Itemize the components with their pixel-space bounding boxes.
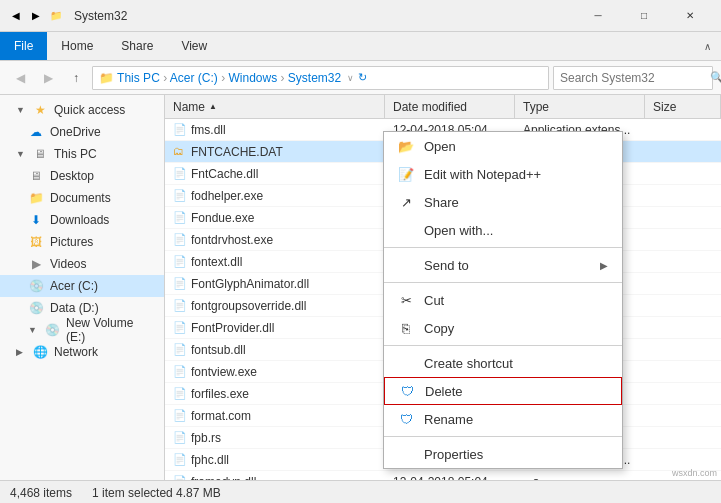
sidebar-item-acer-c[interactable]: 💿 Acer (C:) <box>0 275 164 297</box>
window-title: System32 <box>74 9 127 23</box>
nav-back-button[interactable]: ◀ <box>8 66 32 90</box>
ctx-rename[interactable]: 🛡 Rename <box>384 405 622 433</box>
file-row[interactable]: 📄 framedyn.dll 12-04-2018 05:04 ...s... <box>165 471 721 480</box>
sidebar-item-network[interactable]: ▶ 🌐 Network <box>0 341 164 363</box>
expand-icon: ▶ <box>16 347 26 357</box>
status-bar: 4,468 items 1 item selected 4.87 MB <box>0 480 721 503</box>
sidebar-item-desktop[interactable]: 🖥 Desktop <box>0 165 164 187</box>
col-header-name[interactable]: Name ▲ <box>165 95 385 118</box>
col-header-date[interactable]: Date modified <box>385 95 515 118</box>
ctx-edit-notepad[interactable]: 📝 Edit with Notepad++ <box>384 160 622 188</box>
sidebar-label: Desktop <box>50 169 94 183</box>
sidebar-label: Quick access <box>54 103 125 117</box>
sidebar-label: Documents <box>50 191 111 205</box>
window-icons: ◀ ▶ 📁 <box>8 8 64 24</box>
ctx-label: Open with... <box>424 223 493 238</box>
window-icon-back: ◀ <box>8 8 24 24</box>
blank-icon <box>398 222 414 238</box>
file-icon: 📄 <box>173 475 187 481</box>
share-icon: ↗ <box>398 194 414 210</box>
ctx-label: Create shortcut <box>424 356 513 371</box>
expand-icon: ▼ <box>16 105 26 115</box>
file-icon-exe: 📄 <box>173 189 187 203</box>
tab-file[interactable]: File <box>0 32 47 60</box>
drive-icon: 💿 <box>44 322 60 338</box>
search-box[interactable]: 🔍 <box>553 66 713 90</box>
tab-home[interactable]: Home <box>47 32 107 60</box>
file-name: 📄 fontgroupsoverride.dll <box>165 299 385 313</box>
file-name: 📄 fms.dll <box>165 123 385 137</box>
ctx-cut[interactable]: ✂ Cut <box>384 286 622 314</box>
ribbon-chevron[interactable]: ∧ <box>694 32 721 60</box>
refresh-icon[interactable]: ↻ <box>358 71 367 84</box>
ctx-send-to[interactable]: Send to ▶ <box>384 251 622 279</box>
breadcrumb[interactable]: 📁 This PC › Acer (C:) › Windows › System… <box>92 66 549 90</box>
search-input[interactable] <box>560 71 710 85</box>
ctx-copy[interactable]: ⎘ Copy <box>384 314 622 342</box>
file-name: 📄 fontdrvhost.exe <box>165 233 385 247</box>
file-icon: 📄 <box>173 409 187 423</box>
file-name: 📄 FontProvider.dll <box>165 321 385 335</box>
ribbon-tabs: File Home Share View ∧ <box>0 32 721 60</box>
ctx-label: Copy <box>424 321 454 336</box>
maximize-button[interactable]: □ <box>621 0 667 32</box>
sidebar-item-onedrive[interactable]: ☁ OneDrive <box>0 121 164 143</box>
selection-info: 1 item selected 4.87 MB <box>92 486 221 500</box>
file-list-header: Name ▲ Date modified Type Size <box>165 95 721 119</box>
sidebar-item-this-pc[interactable]: ▼ 🖥 This PC <box>0 143 164 165</box>
sidebar-item-pictures[interactable]: 🖼 Pictures <box>0 231 164 253</box>
col-header-type[interactable]: Type <box>515 95 645 118</box>
file-name: 📄 FntCache.dll <box>165 167 385 181</box>
col-header-size[interactable]: Size <box>645 95 721 118</box>
cloud-icon: ☁ <box>28 124 44 140</box>
ctx-label: Share <box>424 195 459 210</box>
main-layout: ▼ ★ Quick access ☁ OneDrive ▼ 🖥 This PC … <box>0 95 721 480</box>
window-controls[interactable]: ─ □ ✕ <box>575 0 713 32</box>
minimize-button[interactable]: ─ <box>575 0 621 32</box>
nav-up-button[interactable]: ↑ <box>64 66 88 90</box>
file-icon-dll: 📄 <box>173 167 187 181</box>
file-area: Name ▲ Date modified Type Size 📄 fms.dll… <box>165 95 721 480</box>
sidebar-label: Downloads <box>50 213 109 227</box>
item-count: 4,468 items <box>10 486 72 500</box>
ctx-share[interactable]: ↗ Share <box>384 188 622 216</box>
expand-icon: ▼ <box>16 149 26 159</box>
sidebar-item-downloads[interactable]: ⬇ Downloads <box>0 209 164 231</box>
file-icon: 📄 <box>173 343 187 357</box>
ctx-create-shortcut[interactable]: Create shortcut <box>384 349 622 377</box>
breadcrumb-text: 📁 This PC › Acer (C:) › Windows › System… <box>99 71 341 85</box>
file-name: 📄 forfiles.exe <box>165 387 385 401</box>
blank-icon <box>398 257 414 273</box>
sidebar-item-new-volume[interactable]: ▼ 💿 New Volume (E:) <box>0 319 164 341</box>
ctx-open[interactable]: 📂 Open <box>384 132 622 160</box>
ctx-delete[interactable]: 🛡 Delete <box>384 377 622 405</box>
ctx-label: Delete <box>425 384 463 399</box>
file-icon: 📄 <box>173 277 187 291</box>
network-icon: 🌐 <box>32 344 48 360</box>
file-icon: 📄 <box>173 255 187 269</box>
ctx-separator <box>384 247 622 248</box>
file-icon: 📄 <box>173 233 187 247</box>
file-name: 📄 fontext.dll <box>165 255 385 269</box>
file-icon-exe: 📄 <box>173 211 187 225</box>
sidebar-label: Acer (C:) <box>50 279 98 293</box>
file-icon-dat: 🗂 <box>173 145 187 159</box>
sidebar-label: Network <box>54 345 98 359</box>
sidebar-item-videos[interactable]: ▶ Videos <box>0 253 164 275</box>
sidebar-label: Pictures <box>50 235 93 249</box>
search-icon: 🔍 <box>710 71 721 84</box>
sidebar-label: Videos <box>50 257 86 271</box>
tab-share[interactable]: Share <box>107 32 167 60</box>
close-button[interactable]: ✕ <box>667 0 713 32</box>
blank-icon <box>398 446 414 462</box>
nav-forward-button[interactable]: ▶ <box>36 66 60 90</box>
file-icon: 📄 <box>173 321 187 335</box>
ctx-properties[interactable]: Properties <box>384 440 622 468</box>
ctx-open-with[interactable]: Open with... <box>384 216 622 244</box>
ribbon: File Home Share View ∧ <box>0 32 721 61</box>
sidebar-item-quick-access[interactable]: ▼ ★ Quick access <box>0 99 164 121</box>
address-bar: ◀ ▶ ↑ 📁 This PC › Acer (C:) › Windows › … <box>0 61 721 95</box>
watermark: wsxdn.com <box>672 468 717 478</box>
tab-view[interactable]: View <box>167 32 221 60</box>
sidebar-item-documents[interactable]: 📁 Documents <box>0 187 164 209</box>
